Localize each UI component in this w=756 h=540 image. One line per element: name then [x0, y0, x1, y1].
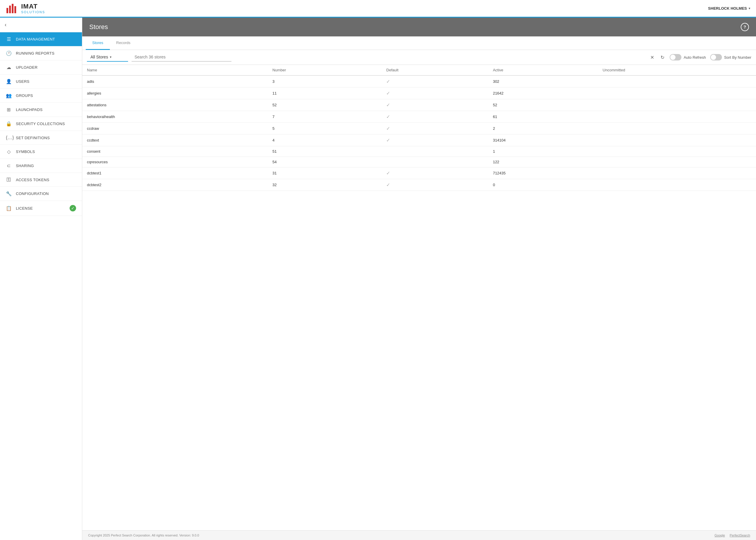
tab-records[interactable]: Records [110, 37, 137, 50]
store-select-dropdown[interactable]: All Stores ▾ [87, 53, 128, 62]
cell-uncommitted [598, 111, 756, 123]
sidebar-item-access-tokens[interactable]: ⚿ ACCESS TOKENS [0, 173, 82, 187]
cell-uncommitted [598, 146, 756, 157]
security-collections-icon: 🔒 [6, 121, 12, 127]
search-container [132, 53, 231, 62]
table-row[interactable]: adts 3 ✓ 302 [82, 75, 756, 87]
help-button[interactable]: ? [741, 23, 749, 31]
cell-name: dcbtest1 [82, 167, 267, 179]
table-row[interactable]: cqresources 54 122 [82, 157, 756, 167]
col-header-uncommitted: Uncommitted [598, 65, 756, 75]
sidebar-label-sharing: SHARING [16, 164, 34, 168]
sidebar-item-sharing[interactable]: ⊂ SHARING [0, 159, 82, 173]
uploader-icon: ☁ [6, 65, 12, 70]
default-checkmark: ✓ [386, 114, 390, 119]
cell-active: 314104 [488, 134, 598, 146]
auto-refresh-label: Auto Refresh [684, 55, 706, 60]
sidebar-label-launchpads: LAUNCHPADS [16, 107, 43, 112]
sidebar-label-configuration: CONFIGURATION [16, 192, 49, 196]
table-row[interactable]: attestations 52 ✓ 52 [82, 99, 756, 111]
user-menu[interactable]: SHERLOCK HOLMES ▾ [708, 6, 750, 11]
tab-stores[interactable]: Stores [86, 37, 110, 50]
sidebar-item-configuration[interactable]: 🔧 CONFIGURATION [0, 187, 82, 201]
sidebar-item-set-definitions[interactable]: {…} SET DEFINITIONS [0, 131, 82, 145]
help-icon: ? [744, 25, 746, 29]
logo: IMAT SOLUTIONS [6, 2, 45, 15]
store-select-label: All Stores [90, 55, 108, 59]
table-row[interactable]: allergies 11 ✓ 21642 [82, 87, 756, 99]
sidebar-item-running-reports[interactable]: 🕐 RUNNING REPORTS [0, 47, 82, 61]
table-row[interactable]: consent 51 1 [82, 146, 756, 157]
sidebar-toggle-button[interactable]: ‹ [0, 18, 82, 32]
cell-active: 1 [488, 146, 598, 157]
cell-name: ccdtext [82, 134, 267, 146]
svg-rect-3 [14, 6, 16, 13]
sort-by-number-label: Sort By Number [724, 55, 751, 60]
launchpads-icon: ⊞ [6, 107, 12, 112]
default-checkmark: ✓ [386, 79, 390, 84]
topbar: IMAT SOLUTIONS SHERLOCK HOLMES ▾ [0, 0, 756, 18]
default-checkmark: ✓ [386, 171, 390, 176]
license-icon: 📋 [6, 205, 12, 211]
cell-number: 54 [267, 157, 381, 167]
default-checkmark: ✓ [386, 102, 390, 107]
sidebar-item-launchpads[interactable]: ⊞ LAUNCHPADS [0, 103, 82, 117]
configuration-icon: 🔧 [6, 191, 12, 197]
default-checkmark: ✓ [386, 138, 390, 143]
cell-default: ✓ [381, 87, 488, 99]
cell-active: 0 [488, 179, 598, 191]
cell-uncommitted [598, 157, 756, 167]
svg-rect-0 [6, 8, 8, 13]
table-row[interactable]: dcbtest2 32 ✓ 0 [82, 179, 756, 191]
sidebar-label-uploader: UPLOADER [16, 65, 38, 69]
sidebar-label-symbols: SYMBOLS [16, 149, 35, 154]
sort-by-number-toggle-group: Sort By Number [710, 54, 751, 61]
cell-number: 52 [267, 99, 381, 111]
set-definitions-icon: {…} [6, 135, 12, 140]
table-row[interactable]: dcbtest1 31 ✓ 712435 [82, 167, 756, 179]
sidebar-label-data-management: DATA MANAGEMENT [16, 37, 55, 42]
sidebar-item-groups[interactable]: 👥 GROUPS [0, 89, 82, 103]
sidebar-label-set-definitions: SET DEFINITIONS [16, 136, 50, 140]
sidebar-label-running-reports: RUNNING REPORTS [16, 51, 54, 56]
clear-search-button[interactable]: ✕ [649, 54, 655, 62]
cell-uncommitted [598, 99, 756, 111]
cell-number: 4 [267, 134, 381, 146]
content-area: Stores ? StoresRecords All Stores ▾ ✕ [82, 18, 756, 540]
default-checkmark: ✓ [386, 182, 390, 187]
col-header-active: Active [488, 65, 598, 75]
cell-name: dcbtest2 [82, 179, 267, 191]
table-row[interactable]: behavioralhealth 7 ✓ 61 [82, 111, 756, 123]
col-header-default: Default [381, 65, 488, 75]
sort-by-number-toggle[interactable] [710, 54, 722, 61]
search-input[interactable] [132, 53, 231, 62]
footer: Copyright 2025 Perfect Search Corporatio… [82, 530, 756, 540]
running-reports-icon: 🕐 [6, 51, 12, 56]
cell-name: cqresources [82, 157, 267, 167]
sidebar-item-users[interactable]: 👤 USERS [0, 74, 82, 89]
cell-number: 11 [267, 87, 381, 99]
license-badge-check: ✓ [70, 205, 76, 211]
footer-google-link[interactable]: Google [714, 534, 725, 537]
sidebar-item-license[interactable]: 📋 LICENSE ✓ [0, 201, 82, 216]
users-icon: 👤 [6, 79, 12, 84]
sidebar-item-uploader[interactable]: ☁ UPLOADER [0, 61, 82, 74]
sidebar-item-data-management[interactable]: ☰ DATA MANAGEMENT [0, 32, 82, 47]
cell-default: ✓ [381, 179, 488, 191]
collapse-icon: ‹ [5, 22, 6, 28]
auto-refresh-toggle-group: Auto Refresh [670, 54, 706, 61]
cell-active: 302 [488, 75, 598, 87]
cell-name: adts [82, 75, 267, 87]
stores-table: NameNumberDefaultActiveUncommitted adts … [82, 65, 756, 191]
sidebar-item-security-collections[interactable]: 🔒 SECURITY COLLECTIONS [0, 117, 82, 131]
table-row[interactable]: ccdraw 5 ✓ 2 [82, 123, 756, 134]
footer-perfectsearch-link[interactable]: PerfectSearch [730, 534, 750, 537]
sidebar-item-symbols[interactable]: ◇ SYMBOLS [0, 145, 82, 159]
auto-refresh-toggle[interactable] [670, 54, 681, 61]
cell-uncommitted [598, 123, 756, 134]
refresh-button[interactable]: ↻ [659, 54, 666, 62]
cell-uncommitted [598, 179, 756, 191]
license-badge: ✓ [70, 205, 76, 211]
cell-number: 3 [267, 75, 381, 87]
table-row[interactable]: ccdtext 4 ✓ 314104 [82, 134, 756, 146]
